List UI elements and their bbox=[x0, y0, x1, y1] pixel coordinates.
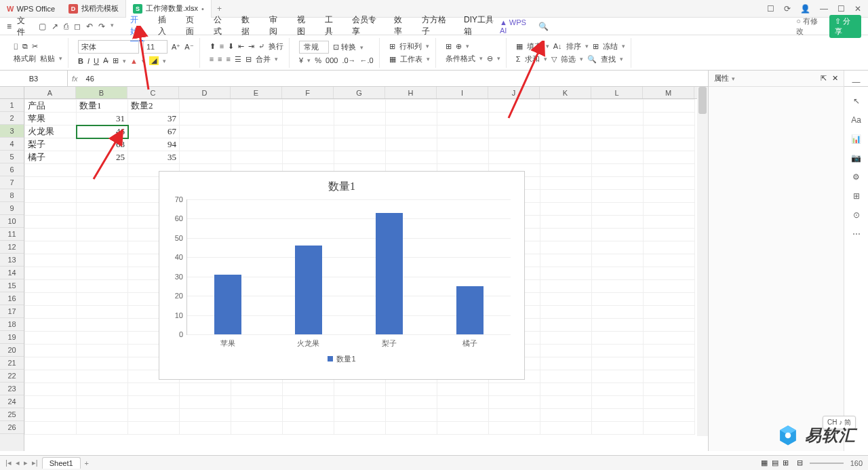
cell[interactable] bbox=[77, 229, 128, 241]
cell[interactable] bbox=[489, 151, 540, 164]
cell[interactable] bbox=[25, 190, 77, 203]
cell[interactable] bbox=[77, 306, 128, 319]
ribbon-tab[interactable]: 视图 bbox=[297, 12, 311, 41]
cell[interactable] bbox=[25, 332, 77, 345]
cell[interactable] bbox=[77, 345, 128, 357]
rowcol-label[interactable]: 行和列 bbox=[399, 41, 422, 52]
cell[interactable] bbox=[25, 216, 77, 229]
cell[interactable] bbox=[231, 100, 283, 113]
cell[interactable] bbox=[592, 254, 644, 267]
cell[interactable] bbox=[644, 203, 695, 216]
cell[interactable] bbox=[283, 422, 334, 435]
cell[interactable] bbox=[644, 241, 695, 254]
cell[interactable] bbox=[540, 422, 592, 435]
cell[interactable] bbox=[25, 345, 77, 357]
cell[interactable] bbox=[334, 138, 386, 151]
cell[interactable] bbox=[25, 422, 77, 435]
cell[interactable] bbox=[592, 267, 644, 280]
freeze-label[interactable]: 冻结 bbox=[603, 41, 618, 52]
column-headers[interactable]: ABCDEFGHIJKLM bbox=[24, 87, 697, 99]
cell[interactable] bbox=[77, 177, 128, 190]
cell[interactable]: 94 bbox=[128, 138, 180, 151]
cell[interactable] bbox=[231, 151, 283, 164]
cell[interactable] bbox=[334, 125, 386, 138]
cell[interactable] bbox=[283, 138, 334, 151]
cell[interactable] bbox=[540, 396, 592, 409]
cell[interactable] bbox=[540, 177, 592, 190]
cell[interactable] bbox=[592, 293, 644, 306]
cell[interactable]: 苹果 bbox=[25, 113, 77, 125]
cell[interactable] bbox=[592, 229, 644, 241]
fill-color-icon[interactable]: ◢ bbox=[149, 56, 159, 65]
cell[interactable] bbox=[77, 164, 128, 177]
cell[interactable] bbox=[644, 190, 695, 203]
border-icon[interactable]: ⊞ bbox=[113, 56, 119, 65]
cell[interactable] bbox=[334, 409, 386, 422]
preview-icon[interactable]: ◻ bbox=[74, 22, 81, 31]
qat-dropdown-icon[interactable]: ▾ bbox=[111, 22, 114, 31]
format-painter-icon[interactable]: ⌷ bbox=[14, 42, 18, 50]
cell[interactable] bbox=[592, 151, 644, 164]
window-button[interactable]: ⟳ bbox=[784, 4, 791, 14]
row-header[interactable]: 26 bbox=[0, 421, 24, 434]
cell[interactable] bbox=[540, 241, 592, 254]
decrease-font-icon[interactable]: A⁻ bbox=[184, 43, 193, 52]
cell[interactable] bbox=[592, 241, 644, 254]
column-header[interactable]: F bbox=[282, 87, 334, 98]
cell[interactable]: 数量2 bbox=[128, 100, 180, 113]
vertical-scrollbar[interactable] bbox=[697, 87, 708, 436]
cell[interactable] bbox=[386, 113, 437, 125]
fill-label[interactable]: 填充 bbox=[527, 41, 542, 52]
row-header[interactable]: 21 bbox=[0, 357, 24, 370]
redo-icon[interactable]: ↷ bbox=[98, 22, 105, 31]
cell[interactable] bbox=[283, 113, 334, 125]
cell[interactable] bbox=[77, 190, 128, 203]
cell[interactable] bbox=[77, 422, 128, 435]
cell[interactable] bbox=[540, 345, 592, 357]
cell[interactable] bbox=[540, 254, 592, 267]
sheet-nav-last-icon[interactable]: ▸| bbox=[32, 458, 38, 467]
column-header[interactable]: A bbox=[24, 87, 76, 98]
wps-ai-button[interactable]: ▲ WPS AI bbox=[500, 18, 532, 35]
cell[interactable] bbox=[540, 190, 592, 203]
cell[interactable] bbox=[231, 113, 283, 125]
zoom-level[interactable]: 160 bbox=[850, 459, 863, 467]
cell[interactable] bbox=[592, 357, 644, 370]
camera-icon[interactable]: 📷 bbox=[851, 153, 861, 163]
cell[interactable]: 梨子 bbox=[25, 138, 77, 151]
ribbon-tab[interactable]: 插入 bbox=[158, 12, 172, 41]
cell[interactable] bbox=[437, 151, 489, 164]
window-button[interactable]: — bbox=[820, 4, 828, 14]
column-header[interactable]: L bbox=[591, 87, 643, 98]
ribbon-tab[interactable]: 开始 bbox=[130, 12, 144, 41]
cell[interactable] bbox=[334, 383, 386, 396]
font-color-icon[interactable]: ▲ bbox=[130, 57, 138, 65]
cell[interactable] bbox=[644, 254, 695, 267]
sheet-nav-first-icon[interactable]: |◂ bbox=[5, 458, 12, 467]
cell[interactable] bbox=[180, 125, 231, 138]
cell[interactable] bbox=[489, 100, 540, 113]
row-header[interactable]: 5 bbox=[0, 151, 24, 163]
cell[interactable] bbox=[644, 216, 695, 229]
cell[interactable] bbox=[25, 177, 77, 190]
cell[interactable] bbox=[386, 100, 437, 113]
undo-icon[interactable]: ↶ bbox=[86, 22, 93, 31]
hamburger-icon[interactable]: ≡ bbox=[7, 22, 12, 31]
cut-icon[interactable]: ✂ bbox=[32, 42, 38, 51]
cell[interactable] bbox=[77, 254, 128, 267]
cell[interactable] bbox=[283, 396, 334, 409]
column-header[interactable]: J bbox=[488, 87, 540, 98]
cell[interactable] bbox=[77, 203, 128, 216]
cell[interactable] bbox=[644, 332, 695, 345]
row-header[interactable]: 10 bbox=[0, 215, 24, 228]
align-right-icon[interactable]: ≡ bbox=[226, 55, 231, 63]
row-header[interactable]: 8 bbox=[0, 189, 24, 202]
row-header[interactable]: 4 bbox=[0, 138, 24, 151]
sum-label[interactable]: 求和 bbox=[525, 54, 540, 64]
cell[interactable] bbox=[25, 241, 77, 254]
cell[interactable] bbox=[128, 383, 180, 396]
cell[interactable] bbox=[25, 280, 77, 293]
cell[interactable] bbox=[489, 138, 540, 151]
merge-label[interactable]: 合并 bbox=[256, 54, 271, 64]
ribbon-tab[interactable]: 方方格子 bbox=[422, 12, 450, 41]
